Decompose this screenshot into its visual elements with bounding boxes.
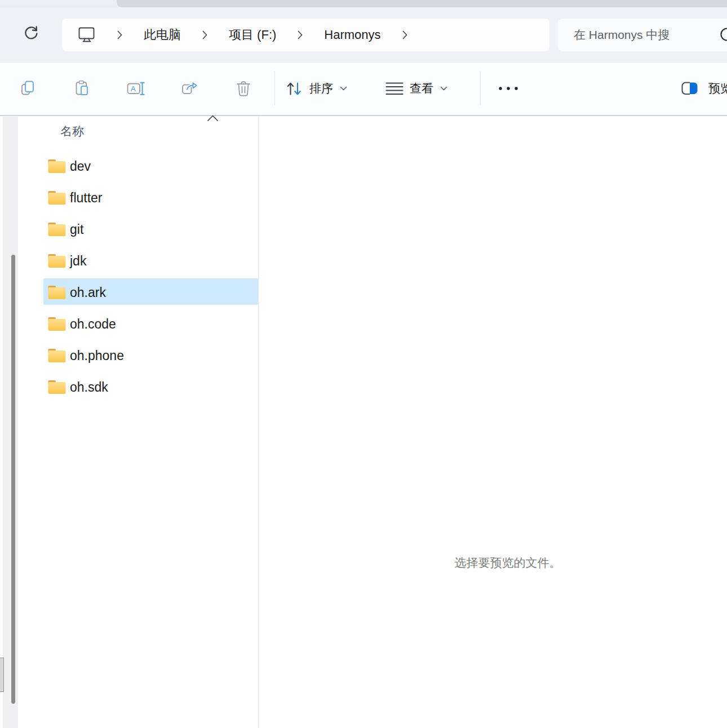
file-row-oh-ark-selected[interactable]: oh.ark	[25, 277, 258, 308]
file-name: oh.code	[70, 308, 116, 340]
folder-icon	[48, 285, 66, 300]
folder-icon	[48, 348, 66, 363]
refresh-button[interactable]	[20, 22, 42, 43]
folder-icon	[48, 316, 66, 332]
paste-icon	[74, 80, 91, 97]
explorer-tab[interactable]	[117, 0, 727, 7]
breadcrumb-item-harmonys[interactable]: Harmonys	[324, 28, 380, 42]
sort-button[interactable]: 排序	[285, 76, 348, 101]
nav-pane-partial-element	[0, 658, 4, 692]
file-row-flutter[interactable]: flutter	[25, 182, 258, 214]
folder-icon	[48, 253, 66, 269]
svg-text:A: A	[131, 85, 136, 93]
more-icon	[498, 86, 519, 91]
file-row-git[interactable]: git	[25, 214, 258, 245]
share-button[interactable]	[178, 76, 202, 101]
file-name: dev	[70, 150, 91, 182]
file-name: oh.ark	[70, 277, 106, 308]
nav-scrollbar-track[interactable]	[3, 117, 18, 728]
chevron-right-icon	[117, 30, 123, 40]
file-name: oh.sdk	[70, 371, 108, 403]
folder-icon	[48, 221, 66, 237]
toolbar-divider	[480, 72, 481, 105]
search-icon	[717, 26, 727, 43]
folder-icon	[48, 190, 66, 206]
file-name: oh.phone	[70, 340, 124, 371]
chevron-down-icon	[339, 86, 348, 91]
copy-button[interactable]	[16, 76, 41, 101]
file-row-oh-phone[interactable]: oh.phone	[25, 340, 258, 371]
file-list: dev flutter git jdk	[25, 150, 258, 403]
chevron-right-icon	[202, 30, 208, 40]
file-row-dev[interactable]: dev	[25, 150, 258, 182]
toolbar-divider	[274, 72, 275, 105]
pane-divider	[258, 116, 259, 728]
view-icon	[385, 81, 404, 96]
refresh-icon	[23, 25, 39, 41]
main-area: t ( 名称 dev flutter git	[0, 116, 727, 728]
search-input[interactable]	[574, 19, 706, 51]
file-name: jdk	[70, 245, 86, 277]
copy-icon	[20, 80, 37, 97]
preview-button-label: 预览	[708, 81, 727, 96]
file-name: flutter	[70, 182, 103, 214]
share-icon	[181, 81, 199, 97]
chevron-right-icon	[297, 30, 303, 40]
breadcrumb-item-drive-f[interactable]: 项目 (F:)	[229, 26, 276, 43]
delete-icon	[236, 80, 251, 97]
this-pc-icon[interactable]	[78, 26, 96, 44]
paste-button[interactable]	[70, 76, 95, 101]
sort-button-label: 排序	[309, 81, 333, 96]
delete-button[interactable]	[231, 76, 256, 101]
file-row-oh-code[interactable]: oh.code	[25, 308, 258, 340]
file-name: git	[70, 214, 83, 245]
command-toolbar: A	[0, 62, 727, 116]
view-button[interactable]: 查看	[385, 76, 448, 101]
sort-ascending-caret-icon	[206, 114, 219, 123]
chevron-down-icon	[440, 86, 448, 91]
search-box	[558, 19, 727, 51]
rename-icon: A	[127, 81, 146, 96]
tab-strip	[0, 0, 727, 7]
sort-icon	[285, 80, 303, 97]
more-options-button[interactable]	[493, 76, 524, 101]
file-row-jdk[interactable]: jdk	[25, 245, 258, 277]
view-button-label: 查看	[410, 81, 433, 96]
column-header-name[interactable]: 名称	[60, 123, 84, 139]
preview-toggle-icon	[681, 81, 699, 96]
rename-button[interactable]: A	[124, 76, 149, 101]
folder-icon	[48, 158, 66, 174]
preview-empty-message: 选择要预览的文件。	[455, 555, 561, 571]
breadcrumb: 此电脑 项目 (F:) Harmonys	[62, 19, 549, 51]
folder-icon	[48, 379, 66, 395]
file-explorer-window: { "breadcrumb": { "items": [ { "label": …	[0, 0, 727, 728]
chevron-right-icon	[402, 30, 408, 40]
breadcrumb-item-this-pc[interactable]: 此电脑	[144, 26, 181, 43]
file-row-oh-sdk[interactable]: oh.sdk	[25, 371, 258, 403]
address-bar: 此电脑 项目 (F:) Harmonys	[0, 7, 727, 62]
nav-scrollbar-thumb[interactable]	[11, 255, 15, 704]
preview-toggle-button[interactable]: 预览	[681, 76, 727, 101]
